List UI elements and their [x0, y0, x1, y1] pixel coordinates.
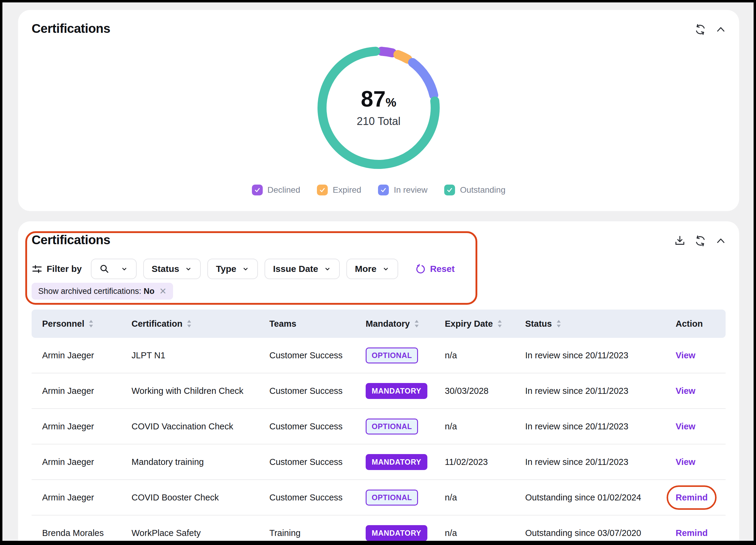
legend-checkbox-expired[interactable] — [317, 184, 328, 195]
donut-total-label: 210 Total — [357, 115, 400, 128]
cell-teams: Customer Success — [269, 457, 366, 467]
column-label-status: Status — [525, 319, 552, 329]
view-link[interactable]: View — [676, 386, 696, 396]
cell-expiry-date: n/a — [445, 493, 525, 503]
view-link[interactable]: View — [676, 422, 696, 431]
more-filter-button[interactable]: More — [346, 258, 398, 279]
screenshot-frame: Certifications — [0, 0, 756, 545]
legend-label-expired: Expired — [333, 185, 361, 195]
cell-mandatory: OPTIONAL — [366, 419, 445, 435]
mandatory-badge: OPTIONAL — [366, 348, 418, 364]
collapse-icon[interactable] — [714, 23, 727, 36]
cell-action: Remind — [676, 493, 726, 503]
remind-link[interactable]: Remind — [676, 528, 708, 538]
remind-link[interactable]: Remind — [676, 493, 708, 502]
legend-checkbox-in-review[interactable] — [378, 184, 389, 195]
issue-date-filter-button[interactable]: Issue Date — [265, 258, 340, 279]
cell-mandatory: OPTIONAL — [366, 490, 445, 506]
cell-action: View — [676, 386, 726, 396]
cell-action: Remind — [676, 528, 726, 538]
archived-filter-chip[interactable]: Show archived certifications: No ✕ — [32, 283, 173, 300]
filter-by-text: Filter by — [47, 264, 82, 274]
mandatory-badge: OPTIONAL — [366, 419, 418, 435]
reset-filters-button[interactable]: Reset — [415, 263, 455, 274]
column-header-personnel[interactable]: Personnel — [42, 319, 132, 329]
sort-icon[interactable] — [187, 320, 192, 328]
table-body: Armin JaegerJLPT N1Customer SuccessOPTIO… — [32, 338, 726, 541]
mandatory-badge: MANDATORY — [366, 454, 427, 470]
view-link[interactable]: View — [676, 457, 696, 467]
search-icon — [99, 264, 110, 274]
filter-by-label: Filter by — [32, 263, 82, 274]
cell-action: View — [676, 457, 726, 467]
chevron-down-icon — [184, 265, 192, 273]
cell-teams: Customer Success — [269, 493, 366, 503]
cell-status: Outstanding since 01/02/2024 — [525, 493, 676, 503]
collapse-icon[interactable] — [714, 234, 727, 247]
cell-mandatory: OPTIONAL — [366, 348, 445, 364]
column-label-mandatory: Mandatory — [366, 319, 410, 329]
check-icon — [318, 186, 326, 194]
view-link[interactable]: View — [676, 351, 696, 360]
chart-legend: DeclinedExpiredIn reviewOutstanding — [18, 184, 739, 195]
column-header-action: Action — [676, 319, 726, 329]
donut-chart: 87% 210 Total — [312, 42, 445, 174]
download-icon[interactable] — [674, 234, 686, 247]
close-icon[interactable]: ✕ — [159, 286, 166, 296]
search-filter-button[interactable] — [91, 258, 137, 279]
cell-mandatory: MANDATORY — [366, 383, 445, 399]
check-icon — [446, 186, 454, 194]
cell-status: In review since 20/11/2023 — [525, 351, 676, 361]
chevron-down-icon — [324, 265, 331, 273]
cell-status: In review since 20/11/2023 — [525, 422, 676, 432]
column-header-mandatory[interactable]: Mandatory — [366, 319, 445, 329]
sort-icon[interactable] — [497, 320, 502, 328]
status-filter-button[interactable]: Status — [143, 258, 201, 279]
column-label-teams: Teams — [269, 319, 296, 329]
type-filter-button[interactable]: Type — [207, 258, 258, 279]
issue-date-filter-label: Issue Date — [273, 264, 318, 274]
refresh-icon[interactable] — [694, 23, 707, 36]
cell-certification: JLPT N1 — [132, 351, 269, 361]
cell-action: View — [676, 351, 726, 361]
column-header-certification[interactable]: Certification — [132, 319, 269, 329]
sort-icon[interactable] — [414, 320, 419, 328]
cell-expiry-date: n/a — [445, 351, 525, 361]
legend-label-in-review: In review — [394, 185, 427, 195]
table-row: Armin JaegerJLPT N1Customer SuccessOPTIO… — [32, 338, 726, 373]
cell-certification: WorkPlace Safety — [132, 528, 269, 538]
cell-teams: Customer Success — [269, 351, 366, 361]
cell-certification: Mandatory training — [132, 457, 269, 467]
column-header-status[interactable]: Status — [525, 319, 676, 329]
chip-value: No — [144, 287, 154, 296]
status-filter-label: Status — [152, 264, 179, 274]
column-label-action: Action — [676, 319, 703, 329]
legend-checkbox-declined[interactable] — [252, 184, 263, 195]
legend-checkbox-outstanding[interactable] — [444, 184, 455, 195]
chevron-down-icon — [382, 265, 390, 273]
sort-icon[interactable] — [556, 320, 561, 328]
column-header-expiry-date[interactable]: Expiry Date — [445, 319, 525, 329]
cell-certification: COVID Vaccination Check — [132, 422, 269, 432]
table-card-toolbar — [674, 234, 727, 247]
column-label-expiry-date: Expiry Date — [445, 319, 493, 329]
cell-mandatory: MANDATORY — [366, 454, 445, 470]
sort-icon[interactable] — [88, 320, 94, 328]
donut-center: 87% 210 Total — [312, 42, 445, 174]
cell-certification: COVID Booster Check — [132, 493, 269, 503]
table-row: Armin JaegerWorking with Children CheckC… — [32, 373, 726, 409]
reset-icon — [415, 263, 426, 274]
chip-text: Show archived certifications: — [38, 287, 141, 296]
legend-label-declined: Declined — [268, 185, 300, 195]
column-label-personnel: Personnel — [42, 319, 84, 329]
cell-teams: Customer Success — [269, 422, 366, 432]
annotation-remind-highlight: Remind — [676, 493, 708, 503]
table-row: Brenda MoralesWorkPlace SafetyTrainingMA… — [32, 516, 726, 541]
refresh-icon[interactable] — [694, 234, 707, 247]
more-filter-label: More — [355, 264, 376, 274]
table-row: Armin JaegerCOVID Vaccination CheckCusto… — [32, 409, 726, 444]
cell-certification: Working with Children Check — [132, 386, 269, 396]
column-header-teams: Teams — [269, 319, 366, 329]
cell-status: In review since 20/11/2023 — [525, 457, 676, 467]
chevron-down-icon — [120, 265, 128, 273]
